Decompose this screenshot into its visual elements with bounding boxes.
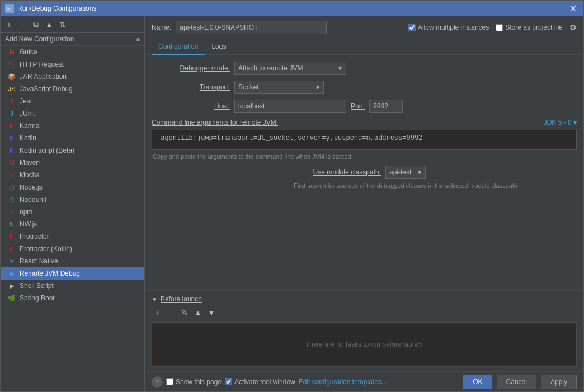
no-tasks-label: There are no tasks to run before launch xyxy=(305,341,423,348)
sidebar-item-kotlin-script[interactable]: KKotlin script (Beta) xyxy=(1,144,144,157)
sidebar-item-label-spring-boot: Spring Boot xyxy=(20,294,55,302)
shell-script-icon: ▶ xyxy=(7,281,16,290)
sidebar-item-label-kotlin-script: Kotlin script (Beta) xyxy=(20,147,74,154)
sidebar-item-label-http-request: HTTP Request xyxy=(20,60,64,68)
help-button[interactable]: ? xyxy=(152,376,163,388)
before-launch-up-button[interactable]: ▲ xyxy=(192,306,204,319)
sidebar-item-javascript-debug[interactable]: JSJavaScript Debug xyxy=(1,83,144,95)
right-panel: Name: Allow multiple instances Store as … xyxy=(145,16,583,391)
sidebar-item-shell-script[interactable]: ▶Shell Script xyxy=(1,280,144,292)
sidebar-item-mocha[interactable]: mMocha xyxy=(1,169,144,181)
show-page-wrapper: Show this page xyxy=(166,378,222,386)
sidebar-item-nodeunit[interactable]: ⬡Nodeunit xyxy=(1,193,144,206)
sidebar-item-nodejs[interactable]: ⬡Node.js xyxy=(1,181,144,193)
module-classpath-hint: First search for sources of the debugged… xyxy=(211,181,517,189)
nodejs-icon: ⬡ xyxy=(7,183,16,192)
show-page-label[interactable]: Show this page xyxy=(176,378,222,386)
transport-select-wrapper: Socket Shared memory ▼ xyxy=(234,81,324,94)
sidebar-item-remote-jvm-debug[interactable]: ▶Remote JVM Debug xyxy=(1,267,144,280)
sidebar-item-karma[interactable]: KKarma xyxy=(1,120,144,132)
sidebar-item-spring-boot[interactable]: 🌿Spring Boot xyxy=(1,292,144,304)
config-form: Debugger mode: Attach to remote JVM List… xyxy=(145,55,583,290)
before-launch-collapse-icon[interactable]: ▼ xyxy=(152,296,157,303)
main-content: + − ⧉ ▲ ⇅ Add New Configuration ≡ GGuice… xyxy=(1,16,583,391)
host-input[interactable] xyxy=(234,100,346,113)
kotlin-script-icon: K xyxy=(7,146,16,155)
sidebar-item-jar-application[interactable]: 📦JAR Application xyxy=(1,70,144,83)
add-new-config-header[interactable]: Add New Configuration ≡ xyxy=(1,33,144,46)
store-project-checkbox[interactable] xyxy=(496,24,503,31)
remove-config-button[interactable]: − xyxy=(16,18,29,31)
allow-multiple-checkbox[interactable] xyxy=(408,24,416,31)
activate-window-checkbox[interactable] xyxy=(225,378,232,385)
jdk-version-link[interactable]: JDK 5 - 8 ▾ xyxy=(544,119,577,126)
store-project-label[interactable]: Store as project file xyxy=(505,23,563,31)
maven-icon: M xyxy=(7,158,16,167)
activate-window-label[interactable]: Activate tool window xyxy=(234,378,295,386)
sidebar-item-kotlin[interactable]: KKotlin xyxy=(1,132,144,144)
sidebar-item-http-request[interactable]: ⬛HTTP Request xyxy=(1,58,144,70)
sidebar-item-nwjs[interactable]: NNW.js xyxy=(1,218,144,230)
sidebar-item-label-jar-application: JAR Application xyxy=(20,73,67,81)
sidebar-item-label-javascript-debug: JavaScript Debug xyxy=(20,85,73,93)
port-input[interactable] xyxy=(369,100,403,113)
sidebar-item-label-guice: Guice xyxy=(20,48,37,56)
bottom-left: ? Show this page Activate tool window Ed… xyxy=(152,376,459,388)
javascript-debug-icon: JS xyxy=(7,84,16,93)
sidebar-item-protractor-kotlin[interactable]: PProtractor (Kotlin) xyxy=(1,243,144,255)
apply-button[interactable]: Apply xyxy=(541,375,577,389)
close-button[interactable]: ✕ xyxy=(568,3,579,14)
tab-logs[interactable]: Logs xyxy=(205,39,233,55)
add-config-button[interactable]: + xyxy=(3,18,15,31)
tab-configuration[interactable]: Configuration xyxy=(152,39,205,55)
tabs-bar: Configuration Logs xyxy=(145,39,583,55)
sidebar-item-maven[interactable]: MMaven xyxy=(1,157,144,169)
ok-button[interactable]: OK xyxy=(463,375,492,389)
sort-button[interactable]: ⇅ xyxy=(56,18,69,31)
before-launch-section: ▼ Before launch + − ✎ ▲ ▼ There are no t… xyxy=(145,290,583,371)
allow-multiple-wrapper: Allow multiple instances xyxy=(408,23,489,31)
transport-label: Transport: xyxy=(152,83,230,91)
sidebar-item-label-remote-jvm-debug: Remote JVM Debug xyxy=(20,270,80,277)
sidebar-item-guice[interactable]: GGuice xyxy=(1,46,144,58)
before-launch-down-button[interactable]: ▼ xyxy=(205,306,218,319)
copy-config-button[interactable]: ⧉ xyxy=(30,18,42,31)
name-label: Name: xyxy=(152,23,171,31)
module-classpath-section: Use module classpath: api-test ▼ First s… xyxy=(152,166,577,189)
cmd-args-section: Command line arguments for remote JVM: J… xyxy=(152,119,577,160)
protractor-icon: P xyxy=(7,232,16,241)
before-launch-title[interactable]: Before launch xyxy=(161,295,202,303)
sidebar-item-label-react-native: React Native xyxy=(20,257,58,265)
sidebar-item-react-native[interactable]: ⚛React Native xyxy=(1,255,144,267)
store-project-wrapper: Store as project file xyxy=(496,23,563,31)
cancel-button[interactable]: Cancel xyxy=(497,375,536,389)
debugger-mode-select-wrapper: Attach to remote JVM Listen to remote JV… xyxy=(234,62,346,75)
module-select-wrapper: api-test ▼ xyxy=(385,166,426,179)
allow-multiple-label[interactable]: Allow multiple instances xyxy=(418,23,489,31)
sidebar-item-label-kotlin: Kotlin xyxy=(20,134,36,142)
run-debug-dialog: ▶ Run/Debug Configurations ✕ + − ⧉ ▲ ⇅ A… xyxy=(0,0,584,392)
sidebar-item-label-nodeunit: Nodeunit xyxy=(20,196,46,204)
cmd-args-value: -agentlib:jdwp=transport=dt_socket,serve… xyxy=(152,130,577,150)
edit-templates-link[interactable]: Edit configuration templates... xyxy=(299,378,387,386)
header-right: Allow multiple instances Store as projec… xyxy=(408,23,577,32)
show-page-checkbox[interactable] xyxy=(166,378,173,385)
settings-gear-icon[interactable]: ⚙ xyxy=(569,23,577,32)
before-launch-edit-button[interactable]: ✎ xyxy=(178,306,191,319)
sidebar-item-jest[interactable]: JJest xyxy=(1,95,144,107)
before-launch-remove-button[interactable]: − xyxy=(165,306,177,319)
module-classpath-select[interactable]: api-test xyxy=(385,166,426,179)
sidebar-item-label-mocha: Mocha xyxy=(20,171,40,179)
spring-boot-icon: 🌿 xyxy=(7,294,16,303)
name-input[interactable] xyxy=(176,21,327,34)
transport-select[interactable]: Socket Shared memory xyxy=(234,81,324,94)
transport-row: Transport: Socket Shared memory ▼ xyxy=(152,81,577,94)
move-up-button[interactable]: ▲ xyxy=(43,18,55,31)
cmd-args-hint: Copy and paste the arguments to the comm… xyxy=(152,153,577,160)
sidebar-item-protractor[interactable]: PProtractor xyxy=(1,230,144,243)
sidebar-item-npm[interactable]: nnpm xyxy=(1,206,144,218)
before-launch-add-button[interactable]: + xyxy=(152,306,164,319)
sidebar-item-junit[interactable]: JJUnit xyxy=(1,107,144,120)
react-native-icon: ⚛ xyxy=(7,257,16,266)
debugger-mode-select[interactable]: Attach to remote JVM Listen to remote JV… xyxy=(234,62,346,75)
